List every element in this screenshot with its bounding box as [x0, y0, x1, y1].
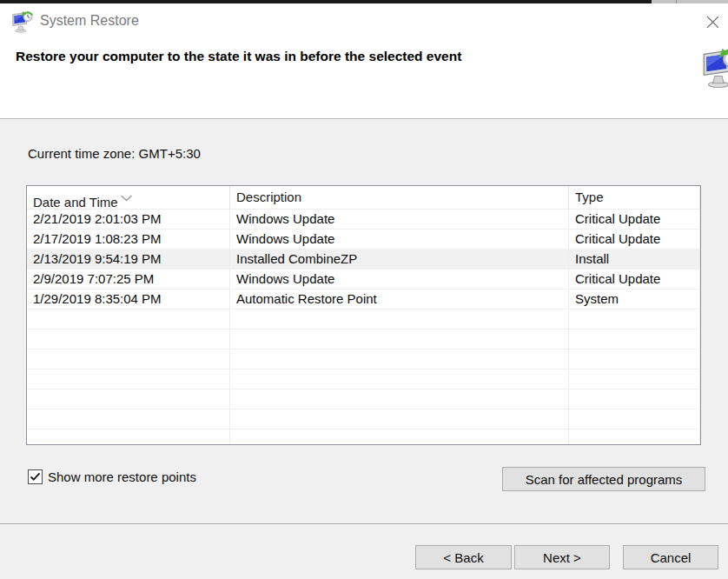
- table-empty-row: [27, 329, 700, 349]
- cell-type: Critical Update: [569, 270, 700, 289]
- table-empty-row: [27, 309, 700, 329]
- column-header-type-label: Type: [575, 190, 604, 204]
- checkmark-icon: [30, 469, 41, 485]
- restore-points-table: Date and Time Description Type 2/21/2019…: [26, 185, 701, 445]
- close-icon[interactable]: [702, 11, 723, 32]
- system-restore-hero-icon: [699, 45, 728, 89]
- footer-divider-highlight: [0, 524, 728, 525]
- column-header-date[interactable]: Date and Time: [27, 186, 230, 210]
- chevron-down-icon: [120, 190, 133, 204]
- page-heading: Restore your computer to the state it wa…: [16, 49, 461, 64]
- cell-description: Installed CombineZP: [230, 250, 569, 269]
- cell-description: Automatic Restore Point: [230, 290, 569, 309]
- table-row[interactable]: 2/9/2019 7:07:25 PM Windows Update Criti…: [27, 270, 700, 290]
- column-header-description-label: Description: [236, 190, 301, 204]
- cell-description: Windows Update: [230, 230, 569, 249]
- table-row[interactable]: 1/29/2019 8:35:04 PM Automatic Restore P…: [27, 290, 700, 309]
- show-more-checkbox-label[interactable]: Show more restore points: [48, 469, 196, 484]
- table-empty-row: [27, 349, 700, 369]
- cell-date: 1/29/2019 8:35:04 PM: [27, 290, 230, 309]
- table-header-row: Date and Time Description Type: [27, 186, 700, 210]
- table-row[interactable]: 2/13/2019 9:54:19 PM Installed CombineZP…: [27, 250, 700, 270]
- cell-description: Windows Update: [230, 270, 569, 289]
- cell-description: Windows Update: [230, 210, 569, 229]
- back-button[interactable]: < Back: [415, 545, 512, 569]
- cell-type: Critical Update: [569, 210, 700, 229]
- table-empty-row: [27, 389, 700, 409]
- top-edge-remnant-light: [652, 0, 728, 3]
- table-row[interactable]: 2/21/2019 2:01:03 PM Windows Update Crit…: [27, 210, 700, 230]
- top-edge-divider: [676, 0, 677, 3]
- next-button[interactable]: Next >: [514, 545, 610, 569]
- top-edge-remnant-dark: [0, 0, 652, 3]
- show-more-checkbox[interactable]: [28, 469, 43, 484]
- cell-type: Critical Update: [569, 230, 700, 249]
- cell-date: 2/9/2019 7:07:25 PM: [27, 270, 230, 289]
- cell-date: 2/13/2019 9:54:19 PM: [27, 250, 230, 269]
- cell-type: Install: [569, 250, 700, 269]
- system-restore-icon: [10, 10, 34, 33]
- window-title: System Restore: [40, 13, 139, 29]
- cell-date: 2/17/2019 1:08:23 PM: [27, 230, 230, 249]
- column-header-date-label: Date and Time: [33, 195, 118, 210]
- timezone-label: Current time zone: GMT+5:30: [28, 146, 201, 161]
- table-empty-row: [27, 409, 700, 429]
- table-empty-row: [27, 429, 700, 445]
- column-header-description[interactable]: Description: [230, 186, 569, 210]
- table-empty-row: [27, 369, 700, 389]
- cell-type: System: [569, 290, 700, 309]
- scan-affected-programs-button[interactable]: Scan for affected programs: [502, 467, 705, 491]
- cancel-button[interactable]: Cancel: [623, 545, 718, 569]
- table-row[interactable]: 2/17/2019 1:08:23 PM Windows Update Crit…: [27, 230, 700, 250]
- column-header-type[interactable]: Type: [569, 186, 700, 210]
- cell-date: 2/21/2019 2:01:03 PM: [27, 210, 230, 229]
